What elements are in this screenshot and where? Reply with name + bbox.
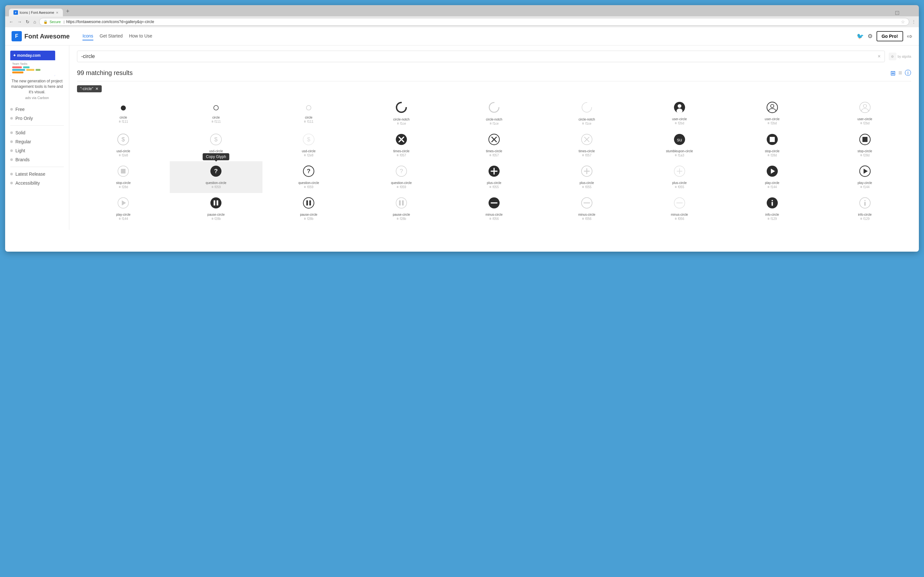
icon-cell-question-circle-solid[interactable]: Copy Glyph ? question-circle 🗎 f059 (170, 161, 262, 193)
new-tab-button[interactable]: + (63, 6, 73, 16)
stumbleupon-circle-glyph: su (674, 134, 685, 147)
filter-solid[interactable]: Solid (10, 128, 64, 137)
filter-pro-only[interactable]: Pro Only (10, 114, 64, 123)
icon-cell-play-circle-light[interactable]: play-circle 🗎 f144 (77, 193, 170, 225)
icon-cell-question-circle-regular[interactable]: ? question-circle 🗎 f059 (262, 161, 355, 193)
icon-cell-plus-circle-light[interactable]: plus-circle 🗎 f055 (633, 161, 726, 193)
svg-point-0 (397, 103, 406, 112)
icon-cell-times-circle-regular[interactable]: times-circle 🗎 f057 (448, 129, 541, 161)
icon-cell-minus-circle-light[interactable]: minus-circle 🗎 f056 (633, 193, 726, 225)
icon-code: 🗎 f111 (304, 120, 313, 123)
icon-name: usd-circle (116, 149, 130, 153)
nav-getstarted[interactable]: Get Started (100, 32, 123, 40)
svg-point-73 (864, 200, 866, 201)
browser-tab[interactable]: F Icons | Font Awesome ✕ (9, 9, 63, 16)
icon-cell-circle-regular[interactable]: ○ circle 🗎 f111 (170, 97, 262, 129)
times-circle-regular-glyph (488, 134, 500, 147)
search-clear-button[interactable]: × (877, 53, 880, 59)
back-button[interactable]: ← (8, 19, 14, 25)
icon-cell-pause-circle-light[interactable]: pause-circle 🗎 f28b (355, 193, 448, 225)
github-icon[interactable]: ⚙ (867, 33, 873, 40)
code-icon: 🗎 (119, 218, 121, 220)
icon-cell-user-circle-regular[interactable]: user-circle 🗎 f2bd (726, 97, 819, 129)
go-pro-button[interactable]: Go Pro! (877, 31, 903, 41)
grid-view-button[interactable]: ⊞ (890, 69, 896, 77)
browser-menu-icon[interactable]: ⋮ (912, 19, 916, 24)
icon-cell-pause-circle-regular[interactable]: pause-circle 🗎 f28b (262, 193, 355, 225)
ad-text: The new generation of project management… (10, 79, 64, 95)
nav-howtouse[interactable]: How to Use (129, 32, 152, 40)
icon-cell-plus-circle-solid[interactable]: plus-circle 🗎 f055 (448, 161, 541, 193)
minus-circle-regular-glyph (581, 197, 593, 210)
code-icon: 🗎 (119, 185, 121, 189)
filter-tag-close-icon[interactable]: ✕ (95, 87, 99, 91)
icon-cell-circle-notch-light[interactable]: circle-notch 🗎 f1ce (540, 97, 633, 129)
filter-light[interactable]: Light (10, 146, 64, 155)
icon-code: 🗎 f28d (860, 153, 869, 157)
icon-cell-question-circle-light[interactable]: ? question-circle 🗎 f059 (355, 161, 448, 193)
code-icon: 🗎 (582, 154, 585, 157)
task-bar (12, 69, 25, 71)
icon-cell-info-circle-regular[interactable]: info-circle 🗎 f129 (819, 193, 911, 225)
icon-name: circle-notch (393, 118, 410, 121)
code-icon: 🗎 (397, 122, 399, 125)
home-button[interactable]: ⌂ (33, 19, 37, 25)
code-icon: 🗎 (304, 218, 306, 220)
filter-regular[interactable]: Regular (10, 137, 64, 146)
icon-cell-user-circle-light[interactable]: user-circle 🗎 f2bd (819, 97, 911, 129)
icon-cell-circle-light[interactable]: ○ circle 🗎 f111 (262, 97, 355, 129)
ad-tasks: Team Tasks (10, 60, 55, 76)
filter-dot (10, 117, 13, 119)
forward-button[interactable]: → (17, 19, 23, 25)
filter-latest-release[interactable]: Latest Release (10, 169, 64, 179)
ad-image[interactable]: ✦ monday.com Team Tasks (10, 51, 55, 76)
list-view-button[interactable]: ≡ (898, 69, 902, 77)
svg-text:$: $ (121, 136, 125, 143)
address-field[interactable]: 🔒 Secure | https://fontawesome.com/icons… (39, 18, 909, 26)
bookmark-icon[interactable]: ☆ (901, 19, 905, 24)
active-filter-tag[interactable]: "-circle" ✕ (77, 85, 102, 92)
site-header: F Font Awesome Icons Get Started How to … (5, 27, 919, 45)
logo-icon: F (11, 31, 22, 41)
icon-cell-play-circle-solid[interactable]: play-circle 🗎 f144 (726, 161, 819, 193)
filter-dot (10, 173, 13, 175)
icon-cell-stop-circle-solid[interactable]: stop-circle 🗎 f28d (726, 129, 819, 161)
icon-cell-pause-circle-solid[interactable]: pause-circle 🗎 f28b (170, 193, 262, 225)
twitter-icon[interactable]: 🐦 (857, 33, 864, 40)
filter-divider-2 (10, 167, 64, 167)
reload-button[interactable]: ↻ (25, 19, 30, 25)
icon-cell-usd-circle-solid[interactable]: $ usd-circle 🗎 f2e8 (77, 129, 170, 161)
icon-cell-circle-notch-solid[interactable]: circle-notch 🗎 f1ce (355, 97, 448, 129)
icon-cell-usd-circle-light[interactable]: $ usd-circle 🗎 f2e8 (262, 129, 355, 161)
icon-cell-stumbleupon-circle[interactable]: su stumbleupon-circle 🗎 f1a3 (633, 129, 726, 161)
icon-cell-user-circle-solid[interactable]: user-circle 🗎 f2bd (633, 97, 726, 129)
filter-accessibility[interactable]: Accessibility (10, 179, 64, 187)
filter-label: Light (15, 148, 25, 153)
icon-name: times-circle (486, 149, 502, 153)
nav-icons[interactable]: Icons (82, 32, 93, 40)
icon-cell-circle-notch-regular[interactable]: circle-notch 🗎 f1ce (448, 97, 541, 129)
circle-regular-glyph: ○ (212, 102, 220, 113)
icon-cell-minus-circle-regular[interactable]: minus-circle 🗎 f056 (540, 193, 633, 225)
filter-divider (10, 125, 64, 126)
icon-cell-info-circle-solid[interactable]: info-circle 🗎 f129 (726, 193, 819, 225)
icon-cell-circle-solid[interactable]: ● circle 🗎 f111 (77, 97, 170, 129)
signin-icon[interactable]: ⇨ (907, 32, 913, 40)
icon-cell-times-circle-solid[interactable]: times-circle 🗎 f057 (355, 129, 448, 161)
search-input[interactable]: -circle (81, 53, 877, 59)
info-button[interactable]: ⓘ (905, 69, 911, 77)
icon-name: question-circle (391, 181, 412, 185)
icon-cell-minus-circle-solid[interactable]: minus-circle 🗎 f056 (448, 193, 541, 225)
filter-free[interactable]: Free (10, 105, 64, 114)
icon-cell-play-circle-regular[interactable]: play-circle 🗎 f144 (819, 161, 911, 193)
icon-cell-times-circle-light[interactable]: times-circle 🗎 f057 (540, 129, 633, 161)
icon-cell-stop-circle-regular[interactable]: stop-circle 🗎 f28d (819, 129, 911, 161)
tab-close-icon[interactable]: ✕ (56, 11, 58, 15)
filter-brands[interactable]: Brands (10, 155, 64, 164)
sidebar-filters: Free Pro Only Solid Re (10, 105, 64, 187)
icon-code: 🗎 f28d (119, 185, 128, 189)
icon-cell-plus-circle-regular[interactable]: plus-circle 🗎 f055 (540, 161, 633, 193)
search-input-wrap[interactable]: -circle × (77, 51, 885, 62)
code-icon: 🗎 (489, 122, 492, 125)
icon-cell-stop-circle-light[interactable]: stop-circle 🗎 f28d (77, 161, 170, 193)
